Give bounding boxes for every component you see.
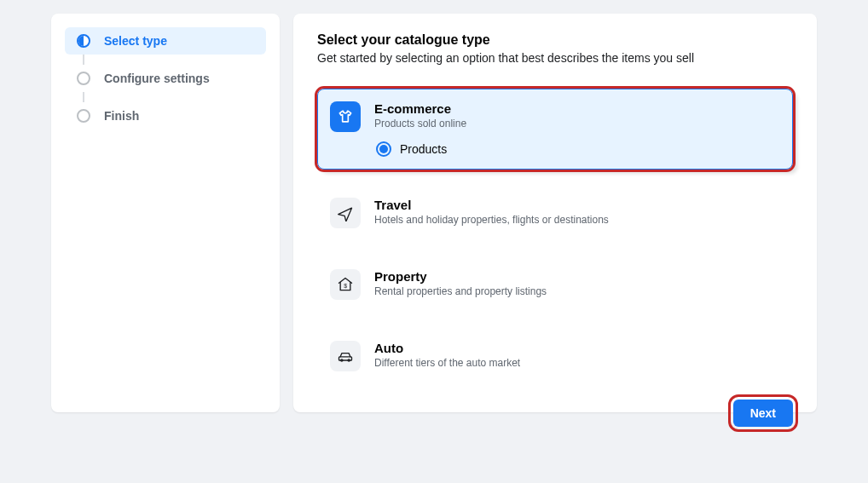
circle-icon — [77, 72, 90, 85]
step-finish[interactable]: Finish — [65, 102, 266, 129]
option-title: Auto — [374, 341, 520, 355]
option-travel[interactable]: Travel Hotels and holiday properties, fl… — [317, 185, 793, 241]
option-property[interactable]: $ Property Rental properties and propert… — [317, 256, 793, 313]
option-desc: Products sold online — [374, 118, 778, 129]
step-label: Finish — [104, 109, 139, 123]
page-subtitle: Get started by selecting an option that … — [317, 51, 793, 65]
main-panel: Select your catalogue type Get started b… — [293, 14, 817, 412]
house-icon: $ — [330, 269, 361, 300]
option-title: Travel — [374, 198, 609, 212]
next-button[interactable]: Next — [733, 400, 793, 427]
option-ecommerce[interactable]: E-commerce Products sold online Products — [317, 89, 793, 170]
step-configure-settings[interactable]: Configure settings — [65, 65, 266, 92]
half-circle-icon — [77, 34, 90, 48]
option-title: Property — [374, 269, 547, 284]
step-label: Select type — [104, 34, 167, 48]
step-label: Configure settings — [104, 72, 210, 85]
tshirt-icon — [330, 101, 361, 132]
step-select-type[interactable]: Select type — [65, 27, 266, 55]
car-icon — [330, 341, 361, 371]
svg-text:$: $ — [344, 283, 347, 289]
footer: Next — [317, 400, 793, 427]
step-connector — [83, 55, 84, 65]
option-auto[interactable]: Auto Different tiers of the auto market — [317, 328, 793, 384]
radio-selected-icon — [376, 141, 391, 157]
option-desc: Different tiers of the auto market — [374, 357, 520, 369]
sub-option-label: Products — [400, 142, 447, 156]
sub-option-products[interactable]: Products — [376, 141, 778, 157]
option-title: E-commerce — [374, 101, 778, 116]
wizard-steps-panel: Select type Configure settings Finish — [51, 14, 280, 412]
step-connector — [83, 92, 84, 102]
page-title: Select your catalogue type — [317, 32, 793, 48]
option-desc: Hotels and holiday properties, flights o… — [374, 214, 609, 226]
plane-icon — [330, 198, 361, 228]
option-desc: Rental properties and property listings — [374, 285, 547, 297]
circle-icon — [77, 109, 90, 123]
